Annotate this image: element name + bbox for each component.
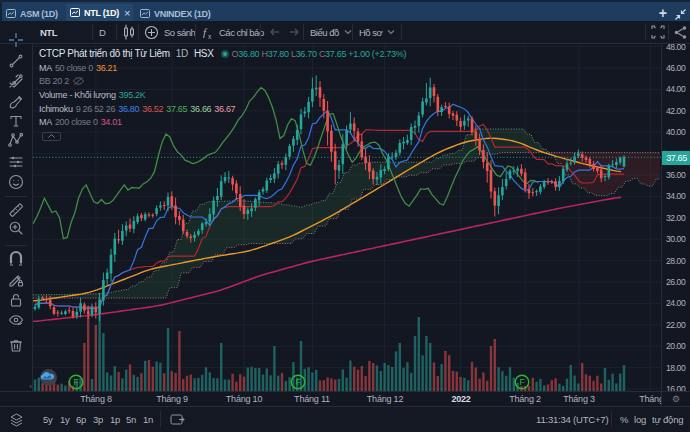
svg-text:F: F bbox=[519, 377, 524, 387]
svg-text:x: x bbox=[208, 32, 212, 39]
svg-text:F: F bbox=[73, 377, 78, 387]
svg-text:F: F bbox=[295, 377, 300, 387]
